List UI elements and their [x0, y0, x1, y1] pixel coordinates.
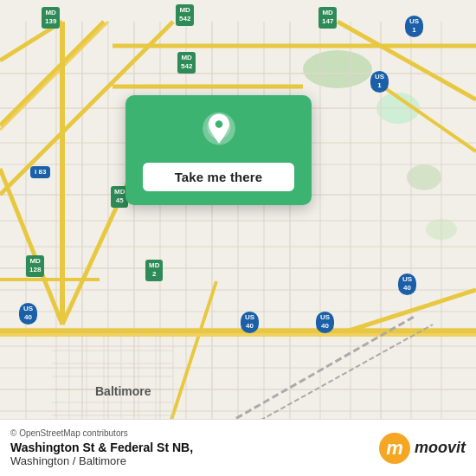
- map-container: Baltimore MD 139 MD 542 MD 147 US 1 MD 5…: [0, 0, 476, 476]
- svg-text:Baltimore: Baltimore: [95, 384, 151, 398]
- bottom-info-bar: © OpenStreetMap contributors Washington …: [0, 419, 476, 476]
- shield-us1-2: US 1: [370, 71, 389, 93]
- take-me-there-button[interactable]: Take me there: [143, 163, 294, 191]
- svg-point-71: [215, 120, 222, 128]
- shield-md147: MD 147: [318, 7, 337, 29]
- location-pin-icon: [198, 111, 240, 152]
- location-name: Washington St & Federal St NB,: [10, 441, 193, 454]
- moovit-logo: m moovit: [379, 433, 466, 464]
- location-sub: Washington / Baltimore: [10, 454, 193, 467]
- shield-us40-2: US 40: [241, 312, 259, 333]
- map-roads: Baltimore: [0, 0, 476, 476]
- shield-us40-4: US 40: [398, 273, 416, 295]
- moovit-logo-icon: m: [379, 433, 410, 464]
- osm-credit: © OpenStreetMap contributors: [10, 428, 193, 438]
- location-info: © OpenStreetMap contributors Washington …: [10, 428, 193, 467]
- shield-md128: MD 128: [26, 255, 44, 277]
- shield-us40-3: US 40: [316, 312, 334, 333]
- shield-us40-1: US 40: [19, 303, 37, 325]
- shield-md542-2: MD 542: [177, 52, 196, 74]
- moovit-logo-text: moovit: [415, 439, 466, 457]
- svg-point-3: [407, 164, 441, 190]
- shield-md542-1: MD 542: [176, 4, 194, 26]
- shield-i83: I 83: [30, 166, 50, 178]
- svg-point-1: [303, 50, 372, 88]
- location-card: Take me there: [125, 95, 312, 205]
- shield-us1-1: US 1: [405, 16, 423, 37]
- shield-md139: MD 139: [42, 7, 60, 29]
- shield-md2: MD 2: [145, 260, 163, 281]
